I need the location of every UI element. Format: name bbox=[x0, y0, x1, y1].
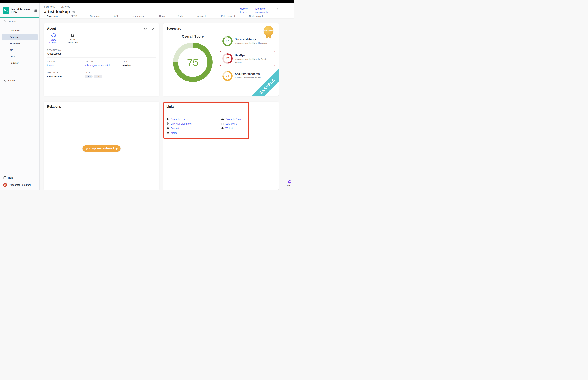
person-icon bbox=[166, 118, 169, 120]
github-icon bbox=[51, 33, 56, 38]
sidebar-search[interactable]: Search bbox=[0, 18, 39, 25]
lifecycle-field-label: LIFECYCLE bbox=[47, 72, 85, 74]
link-example-group[interactable]: Example Group bbox=[221, 117, 242, 121]
tab-ci-cd[interactable]: CI/CD bbox=[68, 14, 80, 18]
breadcrumb: COMPONENT — SERVICE bbox=[44, 6, 76, 8]
tab-code-insights[interactable]: Code Insights bbox=[246, 14, 267, 18]
overall-score-value: 75 bbox=[178, 48, 208, 77]
tag-chip-java[interactable]: java bbox=[85, 75, 93, 78]
links-title: Links bbox=[166, 105, 174, 108]
entity-tabs: Overview CI/CD Scorecard API Dependencie… bbox=[40, 14, 294, 18]
tab-overview[interactable]: Overview bbox=[44, 14, 60, 18]
main-area: COMPONENT — SERVICE artist-lookup Owner … bbox=[40, 3, 294, 190]
sidebar-header: Internal Developer Portal bbox=[0, 3, 39, 18]
sidebar-item-catalog[interactable]: Catalog bbox=[2, 34, 38, 40]
sidebar-item-help[interactable]: Help bbox=[0, 175, 39, 180]
description-label: DESCRIPTION bbox=[47, 49, 156, 51]
link-website[interactable]: Website bbox=[221, 127, 242, 130]
portal-logo-icon bbox=[4, 8, 8, 13]
gold-tier-label: Gold Tier bbox=[264, 26, 273, 36]
tab-docs[interactable]: Docs bbox=[156, 14, 168, 18]
owner-field-label: OWNER bbox=[47, 61, 85, 63]
edit-pencil-icon[interactable] bbox=[152, 27, 155, 30]
overall-score-label: Overall Score bbox=[182, 35, 204, 38]
content-grid: About VIEW SO bbox=[40, 18, 294, 190]
system-field-label: SYSTEM bbox=[85, 61, 122, 63]
link-examples-users[interactable]: Examples Users bbox=[166, 117, 221, 121]
kebab-menu-icon[interactable] bbox=[276, 8, 279, 11]
description-value: Artist Lookup bbox=[47, 52, 156, 55]
owner-label: Owner bbox=[240, 7, 247, 10]
score-card-devops[interactable]: 47 DevOps Measures the reliability of th… bbox=[220, 51, 275, 66]
user-name: Debabrata Panigrahi bbox=[9, 184, 31, 186]
view-source-button[interactable]: VIEW SOURCE bbox=[47, 33, 60, 44]
apps-grid-icon[interactable] bbox=[34, 9, 37, 12]
gear-icon bbox=[3, 79, 6, 82]
security-standards-name: Security Standards bbox=[235, 73, 261, 76]
system-field-link[interactable]: artist-engagement-portal bbox=[85, 64, 122, 67]
devops-value: 47 bbox=[224, 55, 231, 62]
link-label: Dashboard bbox=[226, 122, 237, 125]
app-logo[interactable] bbox=[3, 7, 9, 14]
sidebar-item-register[interactable]: Register bbox=[2, 60, 38, 66]
link-alerts[interactable]: Alerts bbox=[166, 131, 221, 134]
scorecard-card: Scorecard Gold Tier Overall Score 75 bbox=[163, 23, 279, 96]
view-source-label: VIEW SOURCE bbox=[47, 39, 60, 44]
refresh-icon[interactable] bbox=[144, 27, 147, 30]
relations-card: Relations component:artist-lookup bbox=[44, 102, 159, 190]
owner-value-link[interactable]: team-a bbox=[240, 11, 247, 13]
group-icon bbox=[221, 118, 224, 120]
help-icon bbox=[166, 127, 169, 130]
link-label: Website bbox=[226, 127, 234, 130]
help-label: Help bbox=[8, 176, 13, 179]
component-icon bbox=[85, 147, 88, 150]
view-techdocs-button[interactable]: VIEW TECHDOCS bbox=[66, 33, 79, 44]
favorite-star-icon[interactable] bbox=[72, 10, 76, 14]
sidebar-item-admin[interactable]: Admin bbox=[0, 77, 39, 84]
devops-name: DevOps bbox=[235, 54, 272, 57]
service-maturity-value: 87 bbox=[224, 38, 231, 45]
tab-scorecard[interactable]: Scorecard bbox=[87, 14, 104, 18]
tab-api[interactable]: API bbox=[111, 14, 121, 18]
tag-chip-data[interactable]: data bbox=[94, 75, 102, 78]
owner-field-link[interactable]: team-a bbox=[47, 64, 85, 67]
tab-dependencies[interactable]: Dependencies bbox=[128, 14, 149, 18]
overall-score-donut: 75 bbox=[173, 42, 212, 82]
link-label: Alerts bbox=[171, 132, 177, 134]
type-field-value: service bbox=[122, 64, 156, 67]
tab-pull-requests[interactable]: Pull Requests bbox=[218, 14, 239, 18]
dashboard-icon bbox=[221, 122, 224, 125]
entity-header: COMPONENT — SERVICE artist-lookup Owner … bbox=[40, 3, 294, 14]
tags-field-label: TAGS bbox=[85, 72, 122, 74]
service-maturity-gauge: 87 bbox=[222, 36, 233, 46]
sidebar-item-overview[interactable]: Overview bbox=[2, 28, 38, 34]
globe-icon bbox=[166, 122, 169, 125]
tab-kubernetes[interactable]: Kubernetes bbox=[193, 14, 211, 18]
help-bubble-icon bbox=[3, 176, 6, 179]
security-standards-value: 74 bbox=[224, 72, 231, 80]
sidebar-nav: Overview Catalog Workflows API Docs Regi… bbox=[0, 27, 39, 66]
links-card: Links Examples Users Link with Cloud Ico… bbox=[163, 102, 279, 190]
about-title: About bbox=[47, 27, 56, 30]
lifecycle-value: experimental bbox=[255, 11, 268, 13]
aida-launcher[interactable]: AIDA bbox=[287, 180, 291, 186]
app-title: Internal Developer Portal bbox=[11, 8, 32, 13]
document-icon bbox=[70, 33, 74, 37]
link-with-cloud-icon[interactable]: Link with Cloud Icon bbox=[166, 122, 221, 125]
link-support[interactable]: Support bbox=[166, 127, 221, 130]
link-label: Example Group bbox=[226, 118, 242, 120]
tab-todo[interactable]: Todo bbox=[175, 14, 186, 18]
user-profile[interactable]: DP Debabrata Panigrahi bbox=[0, 180, 39, 187]
service-maturity-desc: Measures the reliability of this service bbox=[235, 42, 267, 44]
sidebar-item-workflows[interactable]: Workflows bbox=[2, 40, 38, 47]
owner-meta: Owner team-a bbox=[240, 7, 247, 13]
sidebar-item-api[interactable]: API bbox=[2, 47, 38, 53]
sidebar: Internal Developer Portal Search Overvie… bbox=[0, 3, 40, 190]
avatar: DP bbox=[3, 183, 7, 187]
link-dashboard[interactable]: Dashboard bbox=[221, 122, 242, 125]
overall-score-block: Overall Score 75 bbox=[169, 30, 217, 83]
relation-node-component[interactable]: component:artist-lookup bbox=[82, 145, 121, 152]
sidebar-item-docs[interactable]: Docs bbox=[2, 53, 38, 59]
gold-tier-badge: Gold Tier bbox=[264, 26, 273, 39]
lifecycle-label: Lifecycle bbox=[255, 7, 268, 10]
